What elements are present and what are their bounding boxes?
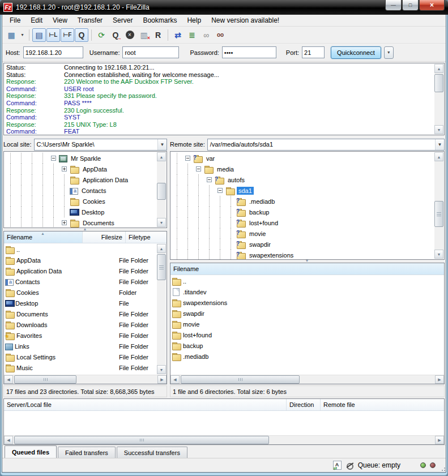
collapse-arrow-icon[interactable]: ▼ xyxy=(305,259,309,263)
toggle-local-tree-icon[interactable]: ⊢L xyxy=(46,28,60,42)
site-manager-dropdown-icon[interactable]: ▾ xyxy=(19,28,26,42)
queue-hscrollbar[interactable]: ◀ ▶ xyxy=(4,435,444,444)
file-row[interactable]: lost+found xyxy=(172,329,443,340)
file-row[interactable]: .mediadb xyxy=(172,351,443,362)
tree-item[interactable]: ? swapdir xyxy=(172,239,434,250)
scrollbar-thumb[interactable] xyxy=(14,436,269,444)
menu-server[interactable]: Server xyxy=(108,15,138,25)
file-row[interactable]: swapextensions xyxy=(172,297,443,308)
tree-item[interactable]: ? lost+found xyxy=(172,217,434,228)
menu-transfer[interactable]: Transfer xyxy=(72,15,108,25)
transfer-type-icon[interactable] xyxy=(333,461,342,470)
file-row[interactable]: ContactsFile Folder xyxy=(5,276,156,287)
host-input[interactable] xyxy=(23,46,83,58)
tree-item[interactable]: media xyxy=(172,164,434,174)
scroll-right-icon[interactable]: ▶ xyxy=(435,436,444,444)
scroll-down-icon[interactable]: ▼ xyxy=(157,218,166,227)
collapse-arrow-icon[interactable]: ▲ xyxy=(83,227,87,231)
toggle-remote-tree-icon[interactable]: ⊢F xyxy=(61,28,74,42)
tree-item[interactable]: AppData xyxy=(5,164,156,174)
username-input[interactable] xyxy=(122,46,179,58)
file-row[interactable]: backup xyxy=(172,340,443,351)
scrollbar-thumb[interactable] xyxy=(434,74,443,92)
scroll-down-icon[interactable]: ▼ xyxy=(157,365,166,374)
close-button[interactable]: × xyxy=(419,0,445,11)
quickconnect-button[interactable]: Quickconnect xyxy=(331,46,381,59)
column-header-filename[interactable]: Filename▲ xyxy=(4,231,83,243)
file-row[interactable]: DocumentsFile Folder xyxy=(5,308,156,319)
file-row[interactable]: MusicFile Folder xyxy=(5,362,156,373)
local-site-combo[interactable]: C:\Users\Mr Sparkle\ ▼ xyxy=(34,139,167,151)
toggle-queue-icon[interactable]: Q xyxy=(75,28,88,42)
site-manager-icon[interactable]: ▦ xyxy=(5,28,18,42)
tree-item[interactable]: Application Data xyxy=(5,174,156,185)
minimize-button[interactable]: — xyxy=(385,0,402,11)
scroll-left-icon[interactable]: ◀ xyxy=(170,375,180,384)
scroll-right-icon[interactable]: ▶ xyxy=(435,375,444,384)
unsecured-connection-icon[interactable] xyxy=(345,461,354,470)
column-header-filename[interactable]: Filename xyxy=(170,263,444,275)
chevron-down-icon[interactable]: ▼ xyxy=(435,139,444,150)
column-header-filesize[interactable]: Filesize xyxy=(83,231,126,243)
scroll-up-icon[interactable]: ▲ xyxy=(434,64,443,73)
tree-item[interactable]: ? swapextensions xyxy=(172,250,434,260)
quickconnect-dropdown-icon[interactable]: ▾ xyxy=(384,46,394,59)
synchronized-browsing-icon[interactable]: ∞ xyxy=(199,28,213,42)
chevron-down-icon[interactable]: ▼ xyxy=(157,139,167,150)
menu-file[interactable]: File xyxy=(5,15,25,25)
file-row[interactable]: AppDataFile Folder xyxy=(5,255,156,265)
file-row[interactable]: Local SettingsFile Folder xyxy=(5,351,156,362)
search-icon[interactable]: oo xyxy=(214,28,227,42)
maximize-button[interactable]: □ xyxy=(402,0,419,11)
tree-item[interactable]: Documents xyxy=(5,217,156,228)
scroll-down-icon[interactable]: ▼ xyxy=(434,250,443,259)
tree-item[interactable]: ? movie xyxy=(172,228,434,239)
menu-view[interactable]: View xyxy=(48,15,72,25)
collapse-icon[interactable] xyxy=(207,177,212,182)
tree-item[interactable]: Desktop xyxy=(5,207,156,217)
column-header-direction[interactable]: Direction xyxy=(287,399,321,410)
password-input[interactable] xyxy=(222,46,276,58)
scroll-down-icon[interactable]: ▼ xyxy=(434,125,443,134)
tree-item[interactable]: Mr Sparkle xyxy=(5,153,156,164)
file-row[interactable]: Application DataFile Folder xyxy=(5,265,156,276)
collapse-icon[interactable] xyxy=(217,188,223,193)
collapse-icon[interactable] xyxy=(196,166,201,171)
menu-edit[interactable]: Edit xyxy=(25,15,48,25)
file-row[interactable]: .. xyxy=(172,276,443,286)
scrollbar-thumb[interactable] xyxy=(14,375,76,384)
file-row[interactable]: LinksFile Folder xyxy=(5,341,156,351)
tree-item[interactable]: ? backup xyxy=(172,207,434,217)
local-list-scrollbar[interactable]: ▲ ▼ xyxy=(157,244,166,374)
port-input[interactable] xyxy=(302,46,325,58)
toggle-message-log-icon[interactable]: ▤ xyxy=(32,28,46,42)
scrollbar-thumb[interactable] xyxy=(434,201,443,227)
file-row[interactable]: ★FavoritesFile Folder xyxy=(5,330,156,341)
expand-icon[interactable] xyxy=(62,220,67,225)
column-header-filetype[interactable]: Filetype xyxy=(126,231,167,243)
tab-successful-transfers[interactable]: Successful transfers xyxy=(117,447,187,458)
collapse-icon[interactable] xyxy=(51,156,56,161)
log-scrollbar[interactable]: ▲ ▼ xyxy=(434,64,443,134)
scrollbar-thumb[interactable] xyxy=(157,183,166,200)
collapse-icon[interactable] xyxy=(185,156,190,161)
remote-list-hscrollbar[interactable]: ◀ ▶ xyxy=(170,375,444,384)
file-row[interactable]: movie xyxy=(172,319,443,329)
process-queue-icon[interactable]: Q→ xyxy=(109,28,122,42)
scrollbar-thumb[interactable] xyxy=(157,254,166,280)
resize-grip[interactable] xyxy=(444,470,445,471)
remote-site-combo[interactable]: /var/media/autofs/sda1 ▼ xyxy=(207,139,445,151)
tree-item[interactable]: ? .mediadb xyxy=(172,196,434,207)
cancel-icon[interactable]: × xyxy=(123,28,136,42)
tree-item[interactable]: Contacts xyxy=(5,185,156,196)
tab-failed-transfers[interactable]: Failed transfers xyxy=(58,447,116,458)
tree-item[interactable]: Cookies xyxy=(5,196,156,207)
column-header-remote-file[interactable]: Remote file xyxy=(321,399,444,410)
column-header-server-local-file[interactable]: Server/Local file xyxy=(4,399,287,410)
file-row[interactable]: DesktopFile xyxy=(5,298,156,308)
local-list-hscrollbar[interactable]: ◀ ▶ xyxy=(4,375,167,384)
file-row[interactable]: .. xyxy=(5,244,156,255)
file-row[interactable]: CookiesFolder xyxy=(5,287,156,298)
scroll-up-icon[interactable]: ▲ xyxy=(157,244,166,253)
scroll-up-icon[interactable]: ▲ xyxy=(434,152,443,161)
